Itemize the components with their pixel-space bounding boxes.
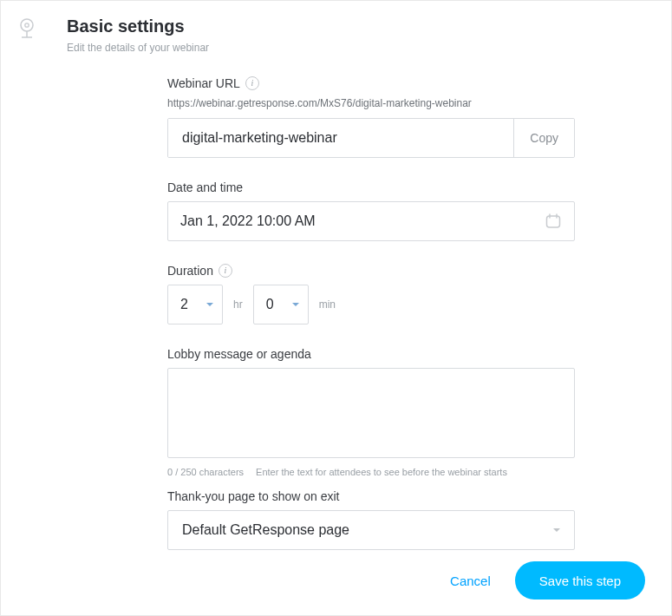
url-preview: https://webinar.getresponse.com/MxS76/di… [167, 97, 575, 109]
datetime-block: Date and time Jan 1, 2022 10:00 AM [167, 180, 575, 241]
lobby-block: Lobby message or agenda 0 / 250 characte… [167, 347, 575, 477]
lobby-hint: Enter the text for attendees to see befo… [256, 467, 507, 477]
minutes-unit: min [319, 298, 336, 311]
calendar-icon [545, 213, 562, 230]
hours-select[interactable]: 2 [167, 285, 223, 324]
title-block: Basic settings Edit the details of your … [56, 16, 645, 54]
webcam-icon [18, 18, 36, 41]
url-label-row: Webinar URL i [167, 76, 575, 90]
chevron-down-icon [206, 303, 213, 306]
lobby-counter: 0 / 250 characters [167, 467, 244, 477]
hours-unit: hr [233, 298, 243, 311]
thankyou-label-row: Thank-you page to show on exit [167, 489, 575, 503]
svg-point-1 [25, 23, 29, 27]
footer: Cancel Save this step [450, 561, 645, 600]
page-title: Basic settings [67, 16, 645, 36]
datetime-input[interactable]: Jan 1, 2022 10:00 AM [167, 201, 575, 241]
thankyou-block: Thank-you page to show on exit Default G… [167, 489, 575, 550]
save-button[interactable]: Save this step [515, 561, 645, 600]
duration-label-row: Duration i [167, 264, 575, 278]
form: Webinar URL i https://webinar.getrespons… [167, 76, 575, 550]
thankyou-select[interactable]: Default GetResponse page [167, 510, 575, 550]
chevron-down-icon [553, 528, 560, 532]
basic-settings-panel: Basic settings Edit the details of your … [0, 0, 672, 616]
minutes-select[interactable]: 0 [253, 285, 309, 324]
chevron-down-icon [292, 303, 299, 306]
url-block: Webinar URL i https://webinar.getrespons… [167, 76, 575, 158]
thankyou-label: Thank-you page to show on exit [167, 489, 339, 503]
duration-row: 2 hr 0 min [167, 285, 575, 324]
page-subtitle: Edit the details of your webinar [67, 42, 645, 54]
datetime-value: Jan 1, 2022 10:00 AM [180, 213, 316, 229]
datetime-label: Date and time [167, 180, 243, 194]
info-icon[interactable]: i [245, 76, 259, 90]
thankyou-value: Default GetResponse page [182, 522, 349, 538]
duration-label: Duration [167, 264, 213, 278]
header-row: Basic settings Edit the details of your … [15, 16, 645, 54]
url-input-row: Copy [167, 118, 575, 158]
hours-value: 2 [180, 297, 188, 312]
minutes-value: 0 [266, 297, 274, 312]
copy-button[interactable]: Copy [513, 119, 574, 157]
svg-point-0 [21, 19, 33, 31]
url-label: Webinar URL [167, 76, 240, 90]
svg-rect-4 [547, 216, 560, 227]
lobby-hint-row: 0 / 250 characters Enter the text for at… [167, 467, 575, 477]
cancel-button[interactable]: Cancel [450, 573, 491, 588]
datetime-label-row: Date and time [167, 180, 575, 194]
lobby-textarea[interactable] [167, 368, 575, 458]
lobby-label-row: Lobby message or agenda [167, 347, 575, 361]
duration-block: Duration i 2 hr 0 min [167, 264, 575, 324]
lobby-label: Lobby message or agenda [167, 347, 311, 361]
info-icon[interactable]: i [219, 264, 232, 278]
url-input[interactable] [168, 119, 513, 157]
